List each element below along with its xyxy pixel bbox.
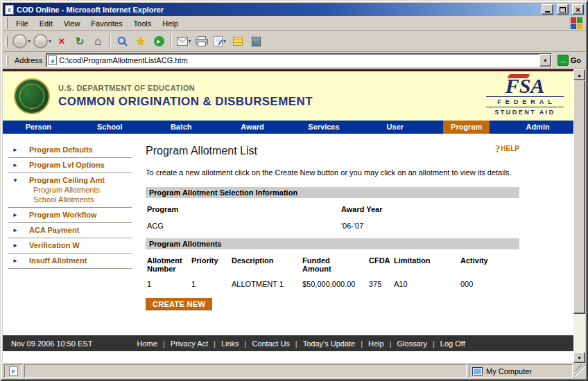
nav-label: Admin	[518, 121, 557, 134]
fsa-logo: FSA FEDERAL STUDENT AID	[486, 76, 564, 116]
page-footer: Nov 09 2006 10:50 EST Home | Privacy Act…	[3, 335, 573, 351]
create-new-button[interactable]: CREATE NEW	[146, 298, 212, 310]
fsa-flag-icon	[507, 74, 530, 78]
menu-help[interactable]: Help	[157, 17, 184, 30]
sidebar-item-insuff-allotment[interactable]: ► Insuff Allotment	[8, 254, 132, 269]
page-whitespace	[3, 351, 573, 363]
favorites-button[interactable]: ★	[132, 33, 149, 51]
sidebar-item-program-defaults[interactable]: ► Program Defaults	[8, 143, 132, 158]
address-dropdown-button[interactable]: ▾	[539, 54, 551, 67]
sidebar: ► Program Defaults ► Program Lvl Options…	[3, 134, 140, 335]
sidebar-subitem-school-allotments[interactable]: School Allotments	[33, 195, 132, 204]
cell-funded-amount: $50,000,000.00	[302, 280, 369, 288]
sidebar-item-program-workflow[interactable]: ► Program Workflow	[8, 208, 132, 223]
menu-tools[interactable]: Tools	[128, 17, 157, 30]
footer-link-help[interactable]: Help	[368, 339, 384, 348]
discuss-button[interactable]	[230, 33, 246, 51]
browser-window: e COD Online - Microsoft Internet Explor…	[0, 0, 588, 381]
toolbar-grip[interactable]	[6, 55, 8, 66]
footer-link-contact-us[interactable]: Contact Us	[252, 339, 289, 348]
toolbar-separator	[110, 34, 111, 49]
sidebar-item-program-ceiling-amt[interactable]: Program Ceiling Amt	[29, 176, 105, 184]
home-button[interactable]: ⌂	[89, 33, 106, 51]
table-row[interactable]: 1 1 ALLOTMENT 1 $50,000,000.00 375 A10 0…	[147, 280, 519, 288]
col-funded-amount: Funded Amount	[302, 256, 341, 273]
toolbar-grip[interactable]	[6, 18, 8, 29]
footer-link-glossary[interactable]: Glossary	[397, 339, 427, 348]
chevron-right-icon: ►	[12, 162, 18, 168]
scroll-down-button[interactable]: ▼	[573, 352, 585, 363]
fsa-acronym: FSA	[505, 76, 545, 95]
help-label: HELP	[501, 145, 519, 152]
nav-item-school[interactable]: School	[74, 121, 146, 134]
title-bar[interactable]: e COD Online - Microsoft Internet Explor…	[3, 3, 585, 16]
nav-item-batch[interactable]: Batch	[146, 121, 217, 134]
nav-item-award[interactable]: Award	[217, 121, 288, 134]
scrollbar-thumb[interactable]	[573, 80, 585, 314]
search-button[interactable]	[114, 33, 131, 51]
cell-allotment-number[interactable]: 1	[147, 280, 191, 288]
footer-link-links[interactable]: Links	[221, 339, 239, 348]
close-button[interactable]: ×	[572, 4, 584, 15]
help-link[interactable]: ? HELP	[495, 145, 519, 154]
table-header-row: Allotment Number Priority Description Fu…	[147, 256, 519, 273]
maximize-icon	[560, 7, 566, 12]
go-button[interactable]: → Go	[555, 55, 583, 66]
menu-favorites[interactable]: Favorites	[85, 17, 128, 30]
cell-priority: 1	[191, 280, 232, 288]
messenger-button[interactable]	[248, 33, 264, 51]
discuss-note-icon	[233, 37, 243, 46]
nav-label: Services	[300, 121, 347, 134]
windows-logo-icon	[569, 17, 584, 30]
go-arrow-icon: →	[557, 55, 569, 66]
footer-link-todays-update[interactable]: Today's Update	[303, 339, 355, 348]
nav-item-services[interactable]: Services	[288, 121, 360, 134]
nav-label: Award	[233, 121, 271, 134]
scroll-up-button[interactable]: ▲	[573, 69, 585, 80]
page-status-icon: e	[9, 366, 18, 376]
nav-item-person[interactable]: Person	[3, 121, 74, 134]
messenger-icon	[252, 37, 261, 46]
footer-separator: |	[433, 339, 435, 348]
sidebar-item-label: Insuff Allotment	[29, 256, 87, 265]
sidebar-item-aca-payment[interactable]: ► ACA Payment	[8, 223, 132, 238]
award-year-label: Award Year	[341, 205, 519, 213]
help-question-icon: ?	[495, 145, 500, 154]
footer-separator: |	[245, 339, 247, 348]
nav-item-admin[interactable]: Admin	[502, 121, 573, 134]
toolbar-grip[interactable]	[6, 36, 8, 47]
back-button[interactable]: ← ▾	[12, 33, 31, 51]
allotments-table: Allotment Number Priority Description Fu…	[146, 256, 519, 288]
mail-button[interactable]: ▾	[175, 33, 192, 51]
sidebar-subitem-program-allotments[interactable]: Program Allotments	[33, 186, 132, 194]
scrollbar-track[interactable]	[573, 80, 585, 352]
footer-link-home[interactable]: Home	[137, 339, 157, 348]
address-input[interactable]	[59, 55, 537, 66]
sidebar-item-verification-w[interactable]: ► Verification W	[8, 238, 132, 254]
footer-link-privacy-act[interactable]: Privacy Act	[171, 339, 208, 348]
print-icon	[196, 36, 208, 46]
footer-link-log-off[interactable]: Log Off	[440, 339, 465, 348]
col-limitation: Limitation	[394, 256, 460, 273]
nav-label: Program	[443, 121, 490, 134]
sidebar-item-program-lvl-options[interactable]: ► Program Lvl Options	[8, 158, 132, 173]
forward-button[interactable]: → ▾	[33, 33, 52, 51]
sidebar-item-label: ACA Payment	[29, 226, 79, 234]
minimize-button[interactable]	[542, 4, 553, 15]
intro-text: To create a new allotment click on the C…	[146, 167, 519, 179]
print-button[interactable]	[193, 33, 210, 51]
cell-cfda: 375	[369, 280, 394, 288]
resize-grip[interactable]	[575, 364, 585, 378]
nav-item-user[interactable]: User	[359, 121, 431, 134]
stop-button[interactable]: ×	[53, 33, 70, 51]
nav-item-program[interactable]: Program	[431, 121, 502, 134]
menu-file[interactable]: File	[10, 17, 34, 30]
maximize-button[interactable]	[557, 4, 569, 15]
back-icon: ←	[12, 34, 27, 48]
menu-view[interactable]: View	[58, 17, 86, 30]
refresh-button[interactable]: ↻	[71, 33, 88, 51]
menu-edit[interactable]: Edit	[34, 17, 58, 30]
menu-bar: File Edit View Favorites Tools Help	[3, 16, 585, 31]
media-button[interactable]: ▶	[150, 33, 167, 51]
edit-button[interactable]: ▾	[211, 33, 228, 51]
